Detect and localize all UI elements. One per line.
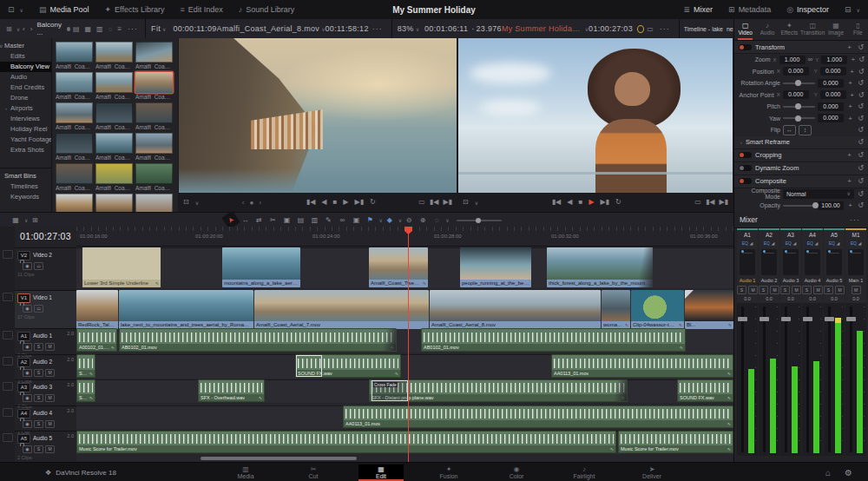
reset-icon[interactable]: ↺ xyxy=(857,115,865,122)
media-clip-thumbnail[interactable]: Amalfi_Coast_T... xyxy=(56,163,93,191)
track-enable-icon[interactable]: ▭ xyxy=(34,305,43,313)
sound-library-button[interactable]: ♪Sound Library xyxy=(231,0,303,19)
timeline-step-forward-icon[interactable]: ▶▮ xyxy=(600,199,609,206)
video-clip[interactable]: people_running_at_the_beach_in_brig... xyxy=(460,247,531,287)
track-id-badge[interactable]: A3 xyxy=(17,383,30,392)
dynamic-trim-mode-icon[interactable]: ⇄ xyxy=(252,214,266,227)
video-clip[interactable]: Amalfi_Coast_Aerial_8.mov xyxy=(430,290,601,329)
mute-button[interactable]: M xyxy=(835,286,845,294)
video-clip[interactable]: Amalfi_Coast_Aerial_7.mov xyxy=(254,290,429,329)
section-toggle[interactable] xyxy=(739,165,752,171)
solo-button[interactable]: S xyxy=(780,286,790,294)
bin-item-airports[interactable]: ›Airports xyxy=(0,103,51,114)
track-strip-icon[interactable] xyxy=(3,250,13,259)
bin-item-interviews[interactable]: Interviews xyxy=(0,114,51,124)
auto-select-icon[interactable]: ◉ xyxy=(23,305,32,313)
trim-edit-mode-icon[interactable]: ↔ xyxy=(238,214,252,227)
fader-handle[interactable] xyxy=(760,317,769,321)
media-clip-thumbnail[interactable]: Amalfi_Coast_T... xyxy=(56,102,93,130)
source-goto-out-icon[interactable]: ▶▮ xyxy=(443,199,452,206)
source-jump-start-icon[interactable]: ▮◀ xyxy=(306,199,316,206)
reset-icon[interactable]: ↺ xyxy=(857,201,865,209)
mute-button[interactable]: M xyxy=(45,394,55,402)
add-keyframe-icon[interactable]: + xyxy=(845,43,853,51)
media-clip-thumbnail[interactable]: Amalfi_Coast_A... xyxy=(56,72,93,100)
track-strip-icon[interactable] xyxy=(3,382,13,391)
track-id-badge[interactable]: A5 xyxy=(17,434,30,444)
search-icon[interactable]: ◌ xyxy=(106,25,115,33)
source-jog-control[interactable]: ‹ ● › xyxy=(242,199,264,207)
mute-button[interactable]: M xyxy=(748,286,758,294)
page-button-deliver[interactable]: ➤Deliver xyxy=(629,465,674,481)
mixer-strip-a5[interactable]: A5EQ ◢Audio 5SM0.0 xyxy=(824,228,845,456)
x-value-field[interactable]: 0.000 xyxy=(783,67,809,76)
audio-clip[interactable]: Music Score for Trailer.mov∿ xyxy=(76,431,616,453)
bin-item-audio[interactable]: Audio xyxy=(0,72,51,82)
y-value-field[interactable]: 1.000 xyxy=(821,56,847,64)
crossfade-transition[interactable]: Cross Fade xyxy=(372,380,408,401)
audio-clip[interactable]: SFX - Overhead.wav∿ xyxy=(198,379,265,402)
sort-icon[interactable]: ≡ xyxy=(115,25,124,33)
mute-button[interactable]: M xyxy=(45,369,55,377)
solo-button[interactable]: S xyxy=(34,343,43,351)
monitor-icon[interactable]: ▭ xyxy=(644,25,656,33)
reset-icon[interactable]: ↺ xyxy=(857,177,865,185)
page-button-fairlight[interactable]: ♪Fairlight xyxy=(562,465,607,481)
add-keyframe-icon[interactable]: + xyxy=(846,102,854,110)
page-button-media[interactable]: ▥Media xyxy=(223,465,268,481)
pan-control[interactable] xyxy=(826,249,842,275)
audio-clip[interactable]: AA0113_01.mov∿ xyxy=(551,354,733,378)
mute-button[interactable]: M xyxy=(45,445,55,453)
track-header-a1[interactable]: A1Audio 12.0◉SM3 Clips xyxy=(15,328,76,352)
page-button-edit[interactable]: ▦Edit xyxy=(358,465,404,481)
timeline-horizontal-scrollbar[interactable] xyxy=(201,457,357,460)
bin-list-icon[interactable]: ⊞ xyxy=(3,25,15,33)
audio-clip[interactable]: SFX...∿ xyxy=(76,379,95,402)
selected-segment[interactable] xyxy=(296,355,322,377)
reset-icon[interactable]: ↺ xyxy=(857,102,865,110)
solo-button[interactable]: S xyxy=(34,394,43,402)
solo-button[interactable]: S xyxy=(34,445,43,453)
auto-select-icon[interactable]: ◉ xyxy=(23,420,32,428)
source-zoom-dropdown[interactable]: Fit xyxy=(151,24,161,33)
insert-clip-icon[interactable]: ▣ xyxy=(279,214,293,227)
track-strip-icon[interactable] xyxy=(3,408,13,417)
track-enable-icon[interactable]: ▭ xyxy=(34,262,43,270)
slider-handle[interactable] xyxy=(795,103,801,109)
pan-control[interactable] xyxy=(783,249,799,275)
project-manager-icon[interactable]: ⌂ xyxy=(825,468,831,478)
inspector-tab-file[interactable]: ▯File xyxy=(847,19,868,40)
track-id-badge[interactable]: A2 xyxy=(17,358,30,367)
add-keyframe-icon[interactable]: + xyxy=(850,56,856,63)
reset-icon[interactable]: ↺ xyxy=(857,190,865,198)
media-clip-thumbnail[interactable]: Amalfi_Coast_A... xyxy=(95,72,133,100)
lock-track-icon[interactable] xyxy=(17,305,21,313)
track-header-v2[interactable]: V2Video 2◉▭11 Clips xyxy=(15,247,76,287)
project-settings-icon[interactable]: ⚙ xyxy=(845,468,852,478)
mixer-strip-a2[interactable]: A2EQ ◢Audio 2SM0.0 xyxy=(759,228,779,456)
video-clip[interactable]: woman_rid...∿ xyxy=(602,290,630,329)
auto-select-icon[interactable]: ◉ xyxy=(23,262,32,270)
prev-edit-icon[interactable]: ▮◀ xyxy=(706,199,715,206)
section-toggle[interactable] xyxy=(739,178,752,184)
audio-clip[interactable]: AB0102_01.mov∿ xyxy=(119,328,397,352)
metadata-button[interactable]: ⊞Metadata xyxy=(720,0,779,19)
lock-track-icon[interactable] xyxy=(17,420,21,429)
audio-clip[interactable]: A00102_01.mov∿ xyxy=(76,328,117,352)
reset-icon[interactable]: ↺ xyxy=(857,151,865,159)
lock-track-icon[interactable] xyxy=(17,262,21,271)
bin-item-yacht-footage[interactable]: Yacht Footage xyxy=(0,135,51,145)
track-header-a4[interactable]: A4Audio 42.0◉SM1 Clip xyxy=(15,405,76,428)
fader-area[interactable] xyxy=(845,303,866,456)
media-clip-thumbnail[interactable]: Amalfi_Coast_T... xyxy=(135,133,173,161)
inspector-tab-effects[interactable]: ✦Effects xyxy=(779,19,800,40)
mute-button[interactable]: M xyxy=(792,286,801,294)
track-header-v1[interactable]: V1Video 1◉▭17 Clips xyxy=(15,290,76,329)
reset-icon[interactable]: ↺ xyxy=(857,126,865,134)
inspector-tab-image[interactable]: ▦Image xyxy=(825,19,846,40)
video-clip[interactable]: Bl...∿ xyxy=(685,290,733,329)
media-clip-thumbnail[interactable]: Amalfi_Coast_T... xyxy=(56,133,93,161)
add-keyframe-icon[interactable]: + xyxy=(849,91,856,99)
ui-layout-button[interactable]: ⊡∨ xyxy=(0,0,31,19)
timeline-zoom-slider[interactable] xyxy=(457,220,502,221)
